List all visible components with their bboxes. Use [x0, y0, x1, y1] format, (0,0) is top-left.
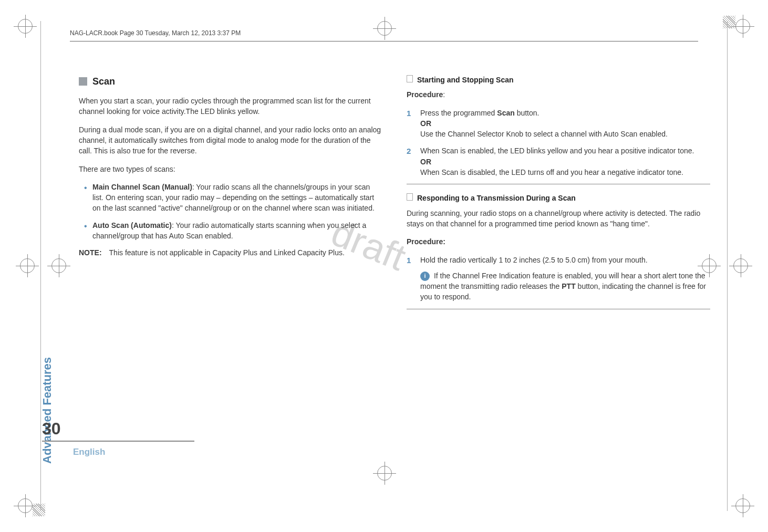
- list-item: Main Channel Scan (Manual): Your radio s…: [86, 182, 382, 214]
- list-item-term: Main Channel Scan (Manual): [92, 183, 192, 191]
- colon: :: [443, 90, 445, 99]
- step-item: 1 Press the programmed Scan button. OR U…: [407, 108, 710, 140]
- list-item: Auto Scan (Automatic): Your radio automa…: [86, 220, 382, 242]
- left-column: Scan When you start a scan, your radio c…: [79, 75, 382, 318]
- or-label: OR: [420, 158, 431, 166]
- paragraph: When you start a scan, your radio cycles…: [79, 96, 382, 117]
- right-column: Starting and Stopping Scan Procedure: 1 …: [407, 75, 710, 318]
- language-label: English: [73, 447, 105, 457]
- section-heading: Scan: [79, 75, 382, 88]
- subsection-title: Starting and Stopping Scan: [417, 75, 514, 85]
- step-number: 1: [407, 255, 411, 266]
- hatch-mark-icon: [723, 16, 735, 28]
- bullet-list: Main Channel Scan (Manual): Your radio s…: [79, 182, 382, 241]
- page-icon: [407, 75, 413, 82]
- section-marker-icon: [79, 77, 87, 86]
- info-icon: i: [420, 272, 430, 281]
- step-number: 1: [407, 108, 411, 119]
- paragraph: During scanning, your radio stops on a c…: [407, 208, 710, 230]
- step-item: 2 When Scan is enabled, the LED blinks y…: [407, 145, 710, 178]
- frame-line: [727, 21, 728, 511]
- header-rule: [70, 41, 698, 41]
- step-text: Use the Channel Selector Knob to select …: [420, 130, 668, 138]
- registration-mark-icon: [373, 462, 396, 485]
- divider: [407, 309, 710, 309]
- subsection-heading: Responding to a Transmission During a Sc…: [407, 193, 710, 203]
- step-text: Hold the radio vertically 1 to 2 inches …: [420, 256, 648, 264]
- procedure-label: Procedure:: [407, 89, 710, 100]
- step-text: button.: [515, 109, 539, 117]
- or-label: OR: [420, 119, 431, 128]
- subsection-title: Responding to a Transmission During a Sc…: [417, 193, 576, 203]
- step-bold: Scan: [497, 109, 514, 117]
- procedure-label-text: Procedure:: [407, 237, 445, 246]
- step-text: When Scan is enabled, the LED blinks yel…: [420, 147, 694, 155]
- note-text: This feature is not applicable in Capaci…: [109, 247, 345, 258]
- subsection-heading: Starting and Stopping Scan: [407, 75, 710, 85]
- procedure-label-text: Procedure: [407, 90, 443, 99]
- paragraph: There are two types of scans:: [79, 164, 382, 174]
- section-title: Scan: [92, 75, 115, 88]
- step-number: 2: [407, 145, 411, 157]
- header-stamp: NAG-LACR.book Page 30 Tuesday, March 12,…: [70, 29, 241, 37]
- registration-mark-icon: [16, 254, 39, 277]
- paragraph: During a dual mode scan, if you are on a…: [79, 124, 382, 157]
- page-icon: [407, 193, 413, 201]
- registration-mark-icon: [731, 494, 754, 517]
- sidebar-section-label: Advanced Features: [40, 357, 54, 464]
- procedure-label: Procedure:: [407, 236, 710, 247]
- page-number: 30: [42, 419, 61, 439]
- step-text: Press the programmed: [420, 109, 497, 117]
- registration-mark-icon: [373, 17, 396, 40]
- hatch-mark-icon: [33, 504, 45, 516]
- note-label: NOTE:: [79, 247, 102, 258]
- info-bold: PTT: [562, 282, 575, 290]
- registration-mark-icon: [14, 15, 37, 38]
- main-content: Scan When you start a scan, your radio c…: [79, 75, 710, 318]
- step-item: 1 Hold the radio vertically 1 to 2 inche…: [407, 255, 710, 302]
- list-item-term: Auto Scan (Automatic): [92, 221, 172, 230]
- note-block: NOTE: This feature is not applicable in …: [79, 247, 382, 258]
- registration-mark-icon: [47, 254, 70, 277]
- registration-mark-icon: [729, 254, 752, 277]
- step-text: When Scan is disabled, the LED turns off…: [420, 168, 683, 176]
- page-number-rule: [42, 441, 194, 442]
- divider: [407, 184, 710, 184]
